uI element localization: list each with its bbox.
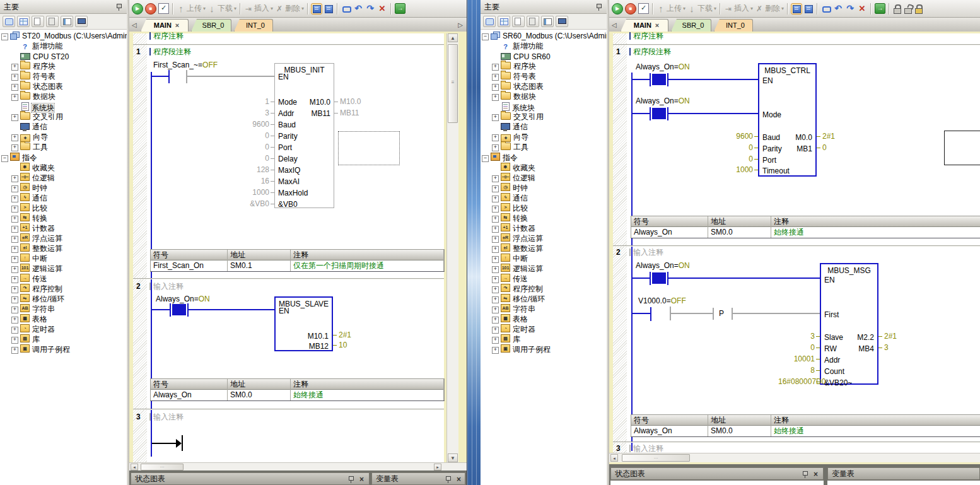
left-editor-hscrollbar[interactable]: ◂ ⋯ ▸ (129, 462, 467, 471)
close-icon[interactable]: × (814, 470, 818, 478)
delete-button[interactable]: ✗删除▾ (275, 3, 304, 14)
run-button[interactable]: ▶ (612, 3, 623, 15)
expand-icon[interactable]: + (11, 317, 18, 324)
right-tree-title-bar[interactable]: 主要 (481, 0, 607, 14)
tree-item-call-subroutine[interactable]: +▣调用子例程 (481, 344, 607, 354)
tree-item-favorites[interactable]: ✱收藏夹 (0, 163, 127, 173)
dropdown-caret-icon[interactable]: ▾ (301, 6, 304, 11)
vscroll-thumb[interactable]: ≡ (448, 44, 458, 123)
expand-icon[interactable]: + (492, 276, 499, 283)
expand-icon[interactable]: + (11, 134, 18, 141)
expand-icon[interactable]: + (492, 246, 499, 253)
undo-button[interactable]: ↶ (833, 4, 843, 14)
close-icon[interactable]: × (457, 476, 461, 483)
tab-main[interactable]: MAIN× (141, 19, 189, 32)
ladder-block-mbus_slave[interactable]: MBUS_SLAVEENM10.1MB12 (274, 296, 333, 351)
dropdown-caret-icon[interactable]: ▾ (234, 6, 236, 11)
expand-icon[interactable]: + (11, 94, 18, 101)
tree-tool-report-icon[interactable] (527, 16, 539, 27)
tree-item-string[interactable]: +AB字符串 (0, 304, 127, 314)
expand-icon[interactable]: + (492, 307, 499, 313)
tab-main[interactable]: MAIN× (621, 19, 668, 32)
tree-item-program-control[interactable]: +↷程序控制 (481, 284, 607, 294)
insert-button[interactable]: ⇥插入▾ (244, 3, 273, 14)
tree-item-project-root[interactable]: −SR60_Modbus (C:\Users\Adminis (481, 32, 607, 42)
tree-item-favorites[interactable]: ✱收藏夹 (481, 163, 607, 173)
download-button[interactable]: ↓下载▾ (687, 3, 716, 14)
expand-icon[interactable]: + (492, 236, 499, 243)
lock-partial-button[interactable] (914, 4, 923, 14)
tree-item-timer[interactable]: +◔定时器 (481, 324, 607, 334)
tab-close-icon[interactable]: × (175, 21, 179, 29)
empty-selection-box[interactable] (338, 131, 400, 165)
hscroll-thumb[interactable]: ⋯ (141, 464, 184, 470)
tree-item-compare[interactable]: +>比较 (0, 203, 127, 213)
tree-item-table[interactable]: +▦表格 (481, 314, 607, 324)
tree-tool-window-icon[interactable] (483, 16, 496, 27)
tree-item-interrupt[interactable]: +↑中断 (481, 254, 607, 264)
expand-icon[interactable]: + (492, 317, 499, 324)
expand-icon[interactable]: + (11, 226, 18, 233)
tab-scroll-left-icon[interactable]: ◁ (612, 21, 617, 29)
expand-icon[interactable]: + (492, 94, 499, 101)
collapse-icon[interactable]: − (482, 33, 489, 40)
tree-item-program-control[interactable]: +↷程序控制 (0, 284, 127, 294)
upload-button[interactable]: ↑上传▾ (656, 3, 685, 14)
run-button[interactable]: ▶ (132, 3, 143, 15)
delete-network-button[interactable]: ✕ (857, 4, 867, 14)
expand-icon[interactable]: + (492, 296, 499, 303)
dropdown-caret-icon[interactable]: ▾ (203, 6, 206, 11)
expand-icon[interactable]: + (11, 246, 18, 253)
redo-button[interactable]: ↷ (845, 4, 855, 14)
tree-item-program-block[interactable]: +程序块 (481, 62, 607, 72)
empty-box-partial[interactable] (944, 131, 980, 165)
goto-button[interactable]: → (875, 3, 885, 14)
expand-icon[interactable]: + (492, 175, 499, 182)
tree-tool-monitor-icon[interactable] (75, 16, 88, 27)
expand-icon[interactable]: + (11, 114, 18, 121)
dropdown-caret-icon[interactable]: ▾ (271, 6, 273, 11)
expand-icon[interactable]: + (492, 74, 499, 81)
scroll-up-icon[interactable]: ▲ (448, 33, 458, 42)
tree-item-wizard[interactable]: +✦向导 (0, 132, 127, 143)
expand-icon[interactable]: + (11, 307, 18, 313)
tree-tool-table-icon[interactable] (17, 16, 30, 27)
tab-int0[interactable]: INT_0 (714, 19, 753, 32)
hscroll-thumb[interactable]: ⋯ (622, 454, 690, 462)
expand-icon[interactable]: + (11, 144, 18, 151)
tree-item-comm-instr[interactable]: +ϟ通信 (481, 193, 607, 203)
tree-item-interrupt[interactable]: +↑中断 (0, 254, 127, 264)
tree-item-counter[interactable]: ++1计数器 (0, 223, 127, 233)
pin-icon[interactable] (445, 476, 451, 483)
dropdown-caret-icon[interactable]: ▾ (781, 6, 784, 11)
redo-button[interactable]: ↷ (365, 4, 375, 14)
expand-icon[interactable]: + (11, 286, 18, 293)
tree-item-cross-reference[interactable]: +交叉引用 (0, 112, 127, 122)
collapse-icon[interactable]: − (482, 155, 489, 162)
tree-item-convert[interactable]: +⇆转换 (0, 213, 127, 223)
close-icon[interactable]: × (359, 476, 364, 483)
tree-item-logic-ops[interactable]: +101逻辑运算 (481, 264, 607, 274)
tree-item-wizard[interactable]: +✦向导 (481, 132, 607, 143)
tab-sbr0[interactable]: SBR_0 (191, 19, 231, 32)
dropdown-caret-icon[interactable]: ▾ (714, 6, 716, 11)
expand-icon[interactable]: + (11, 296, 18, 303)
insert-button[interactable]: ⇥插入▾ (724, 3, 753, 14)
expand-icon[interactable]: + (492, 206, 499, 213)
lock-open-button[interactable] (904, 4, 913, 14)
download-button[interactable]: ↓下载▾ (207, 3, 236, 14)
compile-button[interactable]: ✓ (638, 3, 649, 14)
tree-tool-notes-icon[interactable] (541, 16, 554, 27)
scroll-left-icon[interactable]: ◂ (131, 464, 138, 470)
tree-item-shift-rotate[interactable]: +⇋移位/循环 (0, 294, 127, 304)
delete-button[interactable]: ✗删除▾ (755, 3, 784, 14)
expand-icon[interactable]: + (492, 286, 499, 293)
tree-item-move[interactable]: +→传送 (481, 274, 607, 284)
expand-icon[interactable]: + (11, 276, 18, 283)
tree-item-cross-reference[interactable]: +交叉引用 (481, 112, 607, 122)
tree-item-status-chart[interactable]: +状态图表 (0, 82, 127, 92)
tree-tool-document-icon[interactable] (32, 16, 44, 27)
expand-icon[interactable]: + (492, 134, 499, 141)
right-variable-table-panel[interactable]: 变量表 (827, 467, 980, 480)
left-variable-table-panel[interactable]: 变量表 × (371, 472, 465, 485)
